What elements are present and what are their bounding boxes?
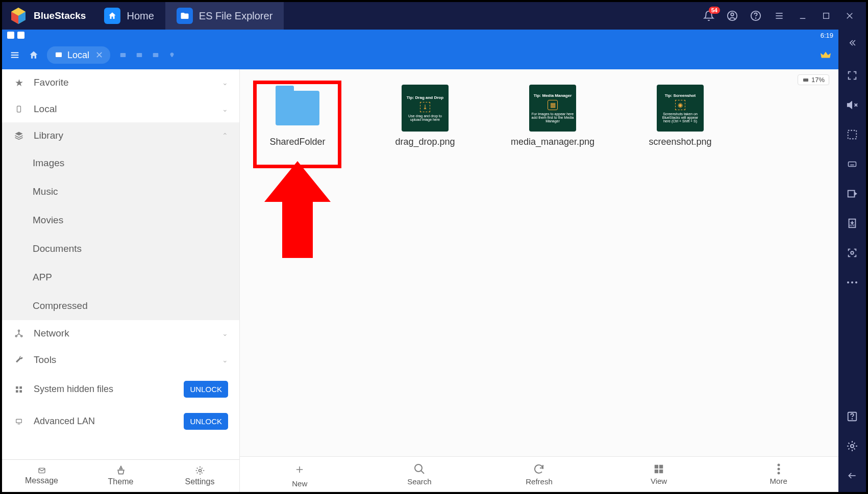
phone-icon	[13, 103, 24, 115]
more-icon	[777, 463, 780, 475]
svg-rect-49	[848, 191, 855, 197]
tab-es-file-explorer[interactable]: ES File Explorer	[165, 2, 284, 30]
svg-rect-33	[655, 465, 658, 469]
unlock-label: Advanced LAN	[34, 416, 175, 427]
svg-point-37	[777, 464, 780, 466]
volume-mute-icon[interactable]	[845, 98, 859, 112]
sidebar-item-app[interactable]: APP	[2, 263, 239, 292]
notification-badge: 54	[709, 7, 720, 14]
help-box-icon[interactable]	[845, 409, 859, 424]
svg-rect-36	[659, 470, 663, 473]
es-header: Local ✕	[2, 41, 838, 69]
svg-point-58	[851, 445, 854, 448]
es-sidebar: ★ Favorite ⌄ Local ⌄ Library ⌃	[2, 69, 240, 492]
section-label: Tools	[34, 354, 56, 366]
sidebar-item-music[interactable]: Music	[2, 177, 239, 206]
svg-rect-30	[803, 79, 808, 82]
sidebar-item-movies[interactable]: Movies	[2, 206, 239, 235]
unlock-label: System hidden files	[34, 384, 175, 395]
chevron-down-icon: ⌄	[222, 329, 228, 337]
hamburger-icon[interactable]	[9, 49, 20, 61]
collapse-sidebar-icon[interactable]	[845, 36, 859, 50]
sidebar-bottom-theme[interactable]: Theme	[81, 460, 160, 492]
lan-icon	[13, 416, 24, 427]
minimize-icon[interactable]	[797, 10, 809, 22]
unlock-button[interactable]: UNLOCK	[184, 413, 228, 430]
chevron-down-icon: ⌄	[222, 79, 228, 87]
grid-icon	[13, 384, 24, 395]
svg-point-39	[777, 472, 780, 475]
svg-point-21	[21, 335, 22, 337]
es-home-icon[interactable]	[29, 50, 39, 60]
chevron-up-icon: ⌃	[222, 132, 228, 140]
bluestacks-right-sidebar: APK	[838, 30, 866, 492]
message-icon	[37, 466, 47, 475]
help-icon[interactable]	[750, 10, 762, 22]
thumbnail-icon: Tip: Media Manager ▦ For images to appea…	[529, 85, 576, 132]
bottom-action-view[interactable]: View	[599, 457, 719, 492]
storage-percent: 17%	[811, 76, 825, 84]
back-arrow-icon[interactable]	[845, 469, 859, 483]
plus-icon: ＋	[293, 461, 306, 477]
sidebar-section-favorite[interactable]: ★ Favorite ⌄	[2, 69, 239, 96]
unlock-button[interactable]: UNLOCK	[184, 381, 228, 398]
settings-gear-icon[interactable]	[845, 439, 859, 453]
breadcrumb-label: Local	[67, 50, 89, 61]
sidebar-item-documents[interactable]: Documents	[2, 235, 239, 263]
titlebar: BlueStacks Home ES File Explorer 54	[2, 2, 866, 30]
bottom-action-search[interactable]: Search	[360, 457, 480, 492]
tab-label: ES File Explorer	[199, 10, 273, 22]
sidebar-bottom-settings[interactable]: Settings	[160, 460, 239, 492]
breadcrumb-close-icon[interactable]: ✕	[95, 49, 103, 61]
file-item-drag-drop[interactable]: Tip: Drag and Drop ⤓ Use drag and drop t…	[382, 85, 468, 147]
premium-crown-icon[interactable]	[820, 49, 831, 61]
svg-point-54	[851, 281, 853, 283]
bottom-action-refresh[interactable]: Refresh	[479, 457, 599, 492]
thumbnail-icon: Tip: Screenshot ◉ Screenshots taken on B…	[657, 85, 704, 132]
svg-rect-42	[848, 131, 857, 139]
notifications-icon[interactable]: 54	[703, 10, 715, 22]
sidebar-item-compressed[interactable]: Compressed	[2, 292, 239, 320]
keyboard-icon[interactable]	[845, 157, 859, 171]
apk-install-icon[interactable]: APK	[845, 216, 859, 230]
bottom-action-more[interactable]: More	[718, 457, 838, 492]
selection-icon[interactable]	[845, 127, 859, 142]
bottom-action-new[interactable]: ＋ New	[240, 457, 360, 492]
sidebar-section-tools[interactable]: Tools ⌄	[2, 347, 239, 373]
file-item-sharedfolder[interactable]: SharedFolder	[254, 85, 341, 147]
section-label: Network	[34, 328, 69, 339]
svg-rect-16	[137, 53, 142, 57]
menu-icon[interactable]	[773, 10, 785, 22]
fullscreen-icon[interactable]	[845, 68, 859, 83]
file-grid-area: 17% SharedFolder Tip: Drag and Drop ⤓	[240, 69, 838, 492]
svg-rect-8	[824, 13, 829, 19]
file-name: SharedFolder	[269, 137, 325, 147]
export-icon[interactable]	[845, 187, 859, 201]
account-icon[interactable]	[726, 10, 738, 22]
sidebar-section-local[interactable]: Local ⌄	[2, 96, 239, 122]
svg-point-55	[855, 281, 857, 283]
disk-icon	[802, 77, 809, 83]
storage-analyze-badge[interactable]: 17%	[798, 74, 829, 85]
svg-rect-35	[655, 470, 658, 473]
sidebar-section-network[interactable]: Network ⌄	[2, 320, 239, 347]
breadcrumb-ghost-icons	[118, 51, 177, 59]
close-icon[interactable]	[844, 10, 856, 22]
maximize-icon[interactable]	[820, 10, 832, 22]
file-name: screenshot.png	[649, 137, 711, 147]
stack-icon	[13, 130, 24, 141]
more-dots-icon[interactable]	[845, 275, 859, 290]
es-bottom-bar: ＋ New Search Refresh	[240, 456, 838, 492]
action-label: More	[770, 477, 787, 485]
svg-point-19	[18, 330, 20, 331]
file-item-screenshot[interactable]: Tip: Screenshot ◉ Screenshots taken on B…	[637, 85, 724, 147]
section-label: Local	[34, 103, 57, 115]
screenshot-icon[interactable]	[845, 246, 859, 260]
svg-rect-26	[16, 419, 22, 423]
sidebar-bottom-message[interactable]: Message	[2, 460, 81, 492]
tab-home[interactable]: Home	[93, 2, 165, 30]
file-item-media-manager[interactable]: Tip: Media Manager ▦ For images to appea…	[509, 85, 596, 147]
sidebar-section-library[interactable]: Library ⌃	[2, 122, 239, 149]
sidebar-item-images[interactable]: Images	[2, 149, 239, 177]
breadcrumb-chip[interactable]: Local ✕	[47, 46, 110, 64]
